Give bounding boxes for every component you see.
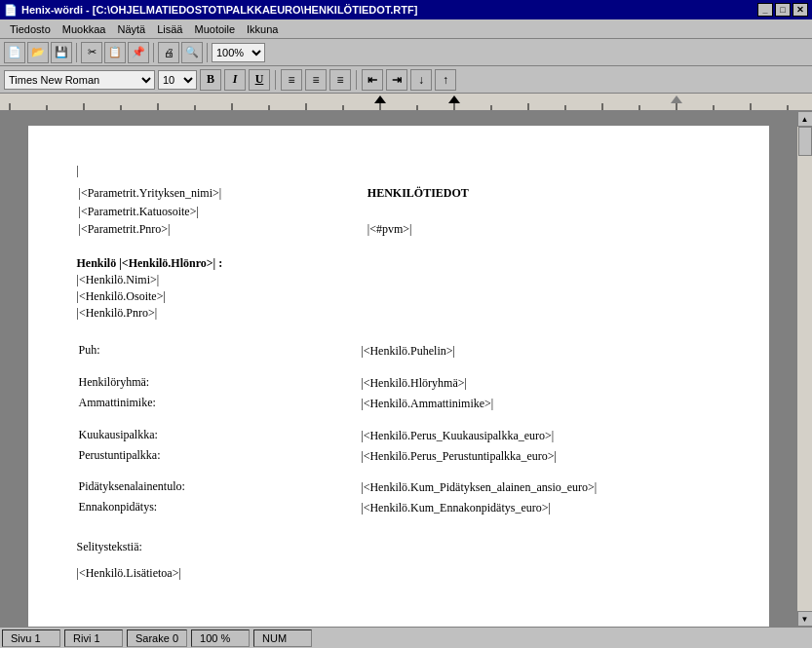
puh-value-cell: |<Henkilö.Puhelin>|: [361, 342, 717, 361]
italic-button[interactable]: I: [224, 69, 246, 91]
param-pnro: |<Parametrit.Pnro>|: [79, 221, 366, 238]
ennakko-value: |<Henkilö.Kum_Ennakonpidätys_euro>|: [361, 501, 551, 515]
spacer-3: [77, 519, 720, 539]
sort-desc-button[interactable]: ↑: [435, 69, 456, 91]
indent-left-button[interactable]: ⇤: [362, 69, 383, 91]
title-bar-controls[interactable]: _ □ ✕: [757, 3, 808, 17]
cut-button[interactable]: ✂: [81, 42, 102, 63]
puh-label: Puh:: [79, 343, 100, 357]
indent-right-button[interactable]: ⇥: [386, 69, 407, 91]
scroll-thumb[interactable]: [798, 127, 812, 156]
menu-tiedosto[interactable]: Tiedosto: [4, 21, 57, 37]
format-separator-2: [356, 70, 357, 90]
ruler: [0, 94, 812, 111]
date-field: |<#pvm>|: [367, 221, 718, 238]
sort-asc-button[interactable]: ↓: [410, 69, 432, 91]
hloryma-value: |<Henkilö.Hlöryhmä>|: [361, 376, 467, 390]
puh-value: |<Henkilö.Puhelin>|: [361, 344, 455, 358]
title-bar-left: 📄 Henix-wördi - [C:\OHJELMATIEDOSTOT\PAL…: [4, 4, 417, 17]
selitys-section: Selitystekstiä: |<Henkilö.Lisätietoa>|: [77, 539, 720, 582]
kuukausipalkka-label-cell: Kuukausipalkka:: [79, 427, 360, 445]
sivu-text: Sivu 1: [11, 632, 41, 644]
save-button[interactable]: 💾: [51, 42, 72, 63]
ammatti-label: Ammattinimike:: [79, 396, 156, 409]
table-row: Perustuntipalkka: |<Henkilö.Perus_Perust…: [79, 447, 718, 466]
scroll-up-button[interactable]: ▲: [797, 111, 813, 127]
pidatys-label: Pidätyksenalainentulo:: [79, 479, 185, 493]
status-bar: Sivu 1 Rivi 1 Sarake 0 100 % NUM: [0, 627, 812, 648]
menu-lisaa[interactable]: Lisää: [151, 21, 188, 37]
doc-spacer-top: [77, 155, 720, 163]
hloryma-label: Henkilöryhmä:: [79, 375, 150, 389]
puh-label-cell: Puh:: [79, 342, 360, 361]
cursor-line: |: [77, 163, 720, 179]
underline-button[interactable]: U: [249, 69, 270, 91]
perustuntipalkka-label: Perustuntipalkka:: [79, 448, 161, 462]
table-row: Henkilöryhmä: |<Henkilö.Hlöryhmä>|: [79, 374, 718, 393]
blank-row-2: [79, 415, 718, 425]
zoom-text: 100 %: [200, 632, 230, 644]
hloryma-label-cell: Henkilöryhmä:: [79, 374, 360, 393]
info-table: Puh: |<Henkilö.Puhelin>| Henkilöryhmä:: [77, 340, 720, 519]
print-button[interactable]: 🖨: [158, 42, 179, 63]
menu-ikkuna[interactable]: Ikkuna: [241, 21, 284, 37]
toolbar-separator-2: [153, 43, 154, 62]
status-rivi: Rivi 1: [64, 629, 123, 647]
param-katuosoite: |<Parametrit.Katuosoite>|: [79, 204, 366, 220]
status-sarake: Sarake 0: [127, 629, 187, 647]
preview-button[interactable]: 🔍: [181, 42, 203, 63]
format-separator-1: [275, 70, 276, 90]
henkilö-pnro: |<Henkilö.Pnro>|: [77, 305, 720, 322]
henkilö-section: Henkilö |<Henkilö.Hlönro>| : |<Henkilö.N…: [77, 255, 720, 321]
document-scroll[interactable]: | |<Parametrit.Yrityksen_nimi>| HENKILÖT…: [0, 111, 796, 627]
menu-muokkaa[interactable]: Muokkaa: [57, 21, 112, 37]
window-title: Henix-wördi - [C:\OHJELMATIEDOSTOT\PALKK…: [21, 4, 417, 16]
perustuntipalkka-label-cell: Perustuntipalkka:: [79, 447, 360, 466]
header-right-heading: HENKILÖTIEDOT: [367, 185, 718, 202]
kuukausipalkka-value: |<Henkilö.Perus_Kuukausipalkka_euro>|: [361, 429, 554, 442]
menu-muotoile[interactable]: Muotoile: [188, 21, 241, 37]
rivi-text: Rivi 1: [73, 632, 100, 644]
font-select[interactable]: Times New Roman: [4, 70, 155, 90]
scroll-down-button[interactable]: ▼: [797, 611, 813, 627]
copy-button[interactable]: 📋: [104, 42, 126, 63]
ammatti-value: |<Henkilö.Ammattinimike>|: [361, 397, 493, 410]
kuukausipalkka-label: Kuukausipalkka:: [79, 428, 158, 441]
perustuntipalkka-value-cell: |<Henkilö.Perus_Perustuntipalkka_euro>|: [361, 447, 717, 466]
bold-button[interactable]: B: [200, 69, 221, 91]
v-scrollbar[interactable]: ▲ ▼: [796, 111, 812, 627]
document-page[interactable]: | |<Parametrit.Yrityksen_nimi>| HENKILÖT…: [28, 126, 769, 627]
minimize-button[interactable]: _: [757, 3, 773, 17]
kuukausipalkka-value-cell: |<Henkilö.Perus_Kuukausipalkka_euro>|: [361, 427, 717, 445]
henkilö-label: Henkilö |<Henkilö.Hlönro>| :: [77, 255, 720, 272]
blank-row-1: [79, 362, 718, 372]
open-button[interactable]: 📂: [27, 42, 49, 63]
menu-nayta[interactable]: Näytä: [111, 21, 151, 37]
scroll-track[interactable]: [797, 127, 812, 611]
table-row: Puh: |<Henkilö.Puhelin>|: [79, 342, 718, 361]
perustuntipalkka-value: |<Henkilö.Perus_Perustuntipalkka_euro>|: [361, 449, 557, 463]
selitys-label: Selitystekstiä:: [77, 539, 720, 555]
table-row: [79, 415, 718, 425]
align-center-button[interactable]: ≡: [305, 69, 327, 91]
blank-row-3: [79, 467, 718, 476]
table-row: [79, 362, 718, 372]
status-num: NUM: [253, 629, 312, 647]
doc-heading: HENKILÖTIEDOT: [367, 186, 469, 200]
header-table: |<Parametrit.Yrityksen_nimi>| HENKILÖTIE…: [77, 183, 720, 240]
toolbar-separator-1: [76, 43, 77, 62]
paste-button[interactable]: 📌: [128, 42, 149, 63]
new-button[interactable]: 📄: [4, 42, 25, 63]
zoom-select[interactable]: 100%: [212, 43, 265, 62]
content-area: | |<Parametrit.Yrityksen_nimi>| HENKILÖT…: [0, 111, 812, 627]
maximize-button[interactable]: □: [775, 3, 791, 17]
align-left-button[interactable]: ≡: [281, 69, 302, 91]
font-size-select[interactable]: 10: [158, 70, 197, 90]
selitys-field: |<Henkilö.Lisätietoa>|: [77, 565, 720, 582]
align-right-button[interactable]: ≡: [329, 69, 351, 91]
close-button[interactable]: ✕: [793, 3, 808, 17]
ennakko-label-cell: Ennakonpidätys:: [79, 499, 360, 517]
table-row: Kuukausipalkka: |<Henkilö.Perus_Kuukausi…: [79, 427, 718, 445]
ammatti-label-cell: Ammattinimike:: [79, 395, 360, 413]
pidatys-label-cell: Pidätyksenalainentulo:: [79, 478, 360, 497]
